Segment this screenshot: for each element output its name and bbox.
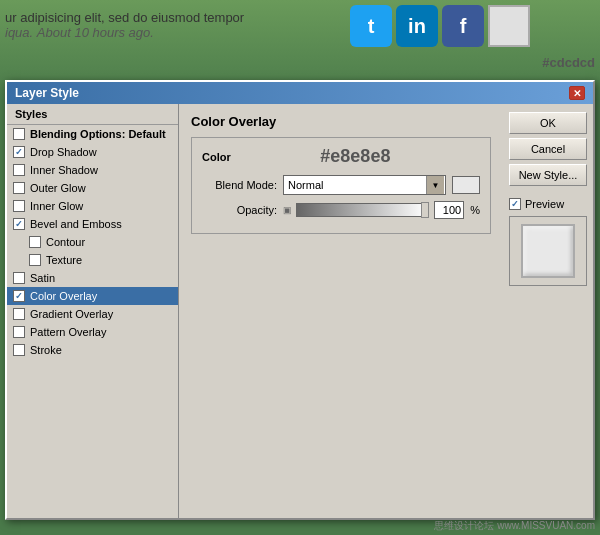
linkedin-button[interactable]: in (396, 5, 438, 47)
bg-line1: ur adipisicing elit, sed do eiusmod temp… (5, 10, 305, 25)
opacity-slider-container: ▣ (283, 203, 428, 217)
opacity-input[interactable] (434, 201, 464, 219)
style-checkbox[interactable] (13, 344, 25, 356)
blend-mode-row: Blend Mode: Normal Dissolve Multiply Scr… (202, 175, 480, 195)
style-checkbox[interactable] (13, 218, 25, 230)
style-item[interactable]: Satin (7, 269, 178, 287)
background-text: ur adipisicing elit, sed do eiusmod temp… (5, 10, 305, 40)
style-item[interactable]: Pattern Overlay (7, 323, 178, 341)
style-item-label: Inner Shadow (30, 164, 98, 176)
watermark: 思维设计论坛 www.MISSVUAN.com (434, 519, 595, 533)
style-checkbox[interactable] (13, 200, 25, 212)
style-item-label: Inner Glow (30, 200, 83, 212)
style-item-label: Gradient Overlay (30, 308, 113, 320)
twitter-button[interactable]: t (350, 5, 392, 47)
dialog-title: Layer Style (15, 86, 79, 100)
hex-color-label: #cdcdcd (542, 55, 595, 70)
style-item[interactable]: Drop Shadow (7, 143, 178, 161)
style-item-label: Contour (46, 236, 85, 248)
ok-button[interactable]: OK (509, 112, 587, 134)
preview-label-row: Preview (509, 198, 564, 210)
styles-list: Blending Options: DefaultDrop ShadowInne… (7, 125, 178, 359)
blend-mode-label: Blend Mode: (202, 179, 277, 191)
style-item-label: Color Overlay (30, 290, 97, 302)
blend-mode-select-wrapper: Normal Dissolve Multiply Screen Overlay … (283, 175, 446, 195)
placeholder-icon (488, 5, 530, 47)
color-hex-value: #e8e8e8 (231, 146, 480, 167)
style-checkbox[interactable] (13, 326, 25, 338)
style-item[interactable]: Contour (7, 233, 178, 251)
close-button[interactable]: ✕ (569, 86, 585, 100)
preview-section: Preview (509, 198, 587, 286)
dialog-body: Styles Blending Options: DefaultDrop Sha… (7, 104, 593, 518)
layer-style-dialog: Layer Style ✕ Styles Blending Options: D… (5, 80, 595, 520)
new-style-button[interactable]: New Style... (509, 164, 587, 186)
opacity-slider[interactable] (296, 203, 428, 217)
facebook-button[interactable]: f (442, 5, 484, 47)
style-checkbox[interactable] (13, 128, 25, 140)
color-swatch[interactable] (452, 176, 480, 194)
preview-checkbox[interactable] (509, 198, 521, 210)
style-item[interactable]: Inner Glow (7, 197, 178, 215)
style-item-label: Outer Glow (30, 182, 86, 194)
color-section: Color #e8e8e8 Blend Mode: Normal Dissolv… (191, 137, 491, 234)
style-checkbox[interactable] (13, 182, 25, 194)
style-item[interactable]: Texture (7, 251, 178, 269)
style-item-label: Stroke (30, 344, 62, 356)
preview-label-text: Preview (525, 198, 564, 210)
section-title: Color Overlay (191, 114, 491, 129)
opacity-slider-thumb (421, 202, 429, 218)
percent-label: % (470, 204, 480, 216)
style-checkbox[interactable] (29, 236, 41, 248)
main-content-area: Color Overlay Color #e8e8e8 Blend Mode: … (179, 104, 503, 518)
blend-mode-select[interactable]: Normal Dissolve Multiply Screen Overlay (283, 175, 446, 195)
style-item[interactable]: Outer Glow (7, 179, 178, 197)
cancel-button[interactable]: Cancel (509, 138, 587, 160)
preview-inner (521, 224, 575, 278)
color-group-label: Color (202, 151, 231, 163)
social-icons-container: t in f (350, 5, 530, 47)
styles-panel-header: Styles (7, 104, 178, 125)
style-item-label: Blending Options: Default (30, 128, 166, 140)
opacity-row: Opacity: ▣ % (202, 201, 480, 219)
buttons-panel: OK Cancel New Style... Preview (503, 104, 593, 518)
style-item-label: Bevel and Emboss (30, 218, 122, 230)
style-checkbox[interactable] (13, 164, 25, 176)
style-item[interactable]: Gradient Overlay (7, 305, 178, 323)
bg-line2: iqua. About 10 hours ago. (5, 25, 305, 40)
slider-min-icon: ▣ (283, 205, 292, 215)
dialog-title-bar: Layer Style ✕ (7, 82, 593, 104)
style-item-label: Texture (46, 254, 82, 266)
style-checkbox[interactable] (29, 254, 41, 266)
style-checkbox[interactable] (13, 272, 25, 284)
style-item-label: Pattern Overlay (30, 326, 106, 338)
opacity-label: Opacity: (202, 204, 277, 216)
style-item[interactable]: Inner Shadow (7, 161, 178, 179)
style-item[interactable]: Color Overlay (7, 287, 178, 305)
style-item-label: Drop Shadow (30, 146, 97, 158)
style-checkbox[interactable] (13, 290, 25, 302)
preview-box (509, 216, 587, 286)
style-checkbox[interactable] (13, 146, 25, 158)
style-item[interactable]: Bevel and Emboss (7, 215, 178, 233)
color-section-header: Color #e8e8e8 (202, 146, 480, 167)
styles-panel: Styles Blending Options: DefaultDrop Sha… (7, 104, 179, 518)
style-checkbox[interactable] (13, 308, 25, 320)
style-item[interactable]: Stroke (7, 341, 178, 359)
style-item-label: Satin (30, 272, 55, 284)
style-item[interactable]: Blending Options: Default (7, 125, 178, 143)
